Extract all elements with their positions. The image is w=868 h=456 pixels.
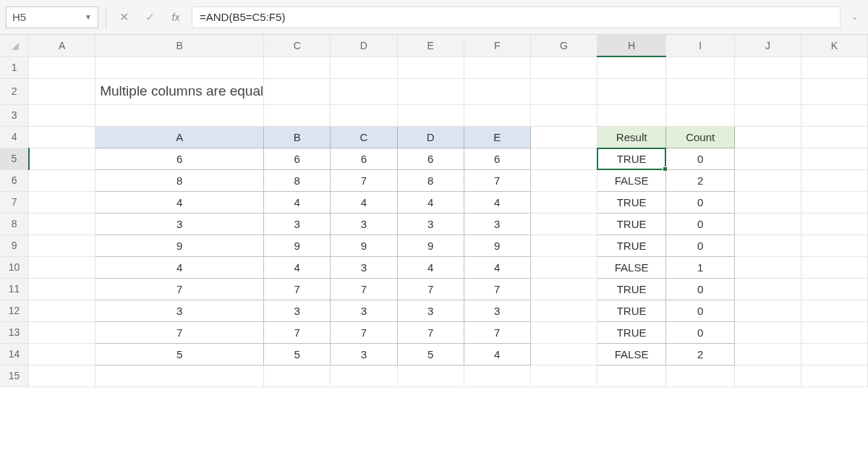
data-header-B4[interactable]: A <box>95 126 264 148</box>
cell-A3[interactable] <box>29 104 95 126</box>
cell-J8[interactable] <box>735 213 801 235</box>
data-cell-F11[interactable]: 7 <box>464 278 530 300</box>
cell-A7[interactable] <box>29 191 95 213</box>
row-header-8[interactable]: 8 <box>0 213 29 235</box>
data-cell-D13[interactable]: 7 <box>331 321 397 343</box>
cell-H15[interactable] <box>597 365 665 387</box>
cell-J1[interactable] <box>735 56 801 78</box>
result-cell-H5[interactable]: TRUE <box>597 148 665 169</box>
result-header-H4[interactable]: Result <box>597 126 665 148</box>
data-header-E4[interactable]: D <box>397 126 464 148</box>
data-cell-D12[interactable]: 3 <box>331 300 397 321</box>
result-cell-I14[interactable]: 2 <box>666 343 735 365</box>
cell-K9[interactable] <box>801 235 867 256</box>
cell-G8[interactable] <box>530 213 597 235</box>
column-header-H[interactable]: H <box>597 35 665 56</box>
data-cell-D8[interactable]: 3 <box>331 213 397 235</box>
data-cell-B5[interactable]: 6 <box>95 148 264 169</box>
data-cell-D10[interactable]: 3 <box>331 256 397 278</box>
result-cell-H6[interactable]: FALSE <box>597 169 665 191</box>
data-cell-D7[interactable]: 4 <box>331 191 397 213</box>
column-header-J[interactable]: J <box>735 35 801 56</box>
row-header-13[interactable]: 13 <box>0 321 29 343</box>
cell-D15[interactable] <box>331 365 397 387</box>
cell-G1[interactable] <box>530 56 597 78</box>
data-cell-E12[interactable]: 3 <box>397 300 464 321</box>
data-cell-D14[interactable]: 3 <box>331 343 397 365</box>
cell-G2[interactable] <box>530 78 597 104</box>
data-cell-C5[interactable]: 6 <box>264 148 331 169</box>
column-header-G[interactable]: G <box>530 35 597 56</box>
result-cell-I10[interactable]: 1 <box>666 256 735 278</box>
data-cell-F7[interactable]: 4 <box>464 191 530 213</box>
result-cell-H11[interactable]: TRUE <box>597 278 665 300</box>
cell-D3[interactable] <box>331 104 397 126</box>
data-cell-F12[interactable]: 3 <box>464 300 530 321</box>
data-cell-B13[interactable]: 7 <box>95 321 264 343</box>
data-cell-B7[interactable]: 4 <box>95 191 264 213</box>
result-cell-H10[interactable]: FALSE <box>597 256 665 278</box>
cell-K1[interactable] <box>801 56 867 78</box>
cell-G12[interactable] <box>530 300 597 321</box>
cell-I15[interactable] <box>666 365 735 387</box>
chevron-down-icon[interactable]: ▼ <box>85 13 92 21</box>
cell-J7[interactable] <box>735 191 801 213</box>
data-cell-C9[interactable]: 9 <box>264 235 331 256</box>
data-cell-F9[interactable]: 9 <box>464 235 530 256</box>
column-header-E[interactable]: E <box>397 35 464 56</box>
cell-H3[interactable] <box>597 104 665 126</box>
result-cell-H13[interactable]: TRUE <box>597 321 665 343</box>
cell-A12[interactable] <box>29 300 95 321</box>
cell-K5[interactable] <box>801 148 867 169</box>
data-header-C4[interactable]: B <box>264 126 331 148</box>
cell-A5[interactable] <box>29 148 95 169</box>
cell-D2[interactable] <box>331 78 397 104</box>
cell-K14[interactable] <box>801 343 867 365</box>
cell-K6[interactable] <box>801 169 867 191</box>
row-header-15[interactable]: 15 <box>0 365 29 387</box>
row-header-4[interactable]: 4 <box>0 126 29 148</box>
cell-J5[interactable] <box>735 148 801 169</box>
cell-B15[interactable] <box>95 365 264 387</box>
cell-B1[interactable] <box>95 56 264 78</box>
result-cell-I12[interactable]: 0 <box>666 300 735 321</box>
confirm-icon[interactable]: ✓ <box>140 7 160 28</box>
cell-I1[interactable] <box>666 56 735 78</box>
data-cell-F6[interactable]: 7 <box>464 169 530 191</box>
cell-G9[interactable] <box>530 235 597 256</box>
cell-B3[interactable] <box>95 104 264 126</box>
cell-I2[interactable] <box>666 78 735 104</box>
cell-G5[interactable] <box>530 148 597 169</box>
column-header-D[interactable]: D <box>331 35 397 56</box>
row-header-12[interactable]: 12 <box>0 300 29 321</box>
cell-H2[interactable] <box>597 78 665 104</box>
data-cell-B10[interactable]: 4 <box>95 256 264 278</box>
cell-K2[interactable] <box>801 78 867 104</box>
cell-F3[interactable] <box>464 104 530 126</box>
cell-J6[interactable] <box>735 169 801 191</box>
cell-F2[interactable] <box>464 78 530 104</box>
data-cell-E5[interactable]: 6 <box>397 148 464 169</box>
row-header-14[interactable]: 14 <box>0 343 29 365</box>
data-cell-C6[interactable]: 8 <box>264 169 331 191</box>
cell-K15[interactable] <box>801 365 867 387</box>
column-header-A[interactable]: A <box>29 35 95 56</box>
data-cell-F13[interactable]: 7 <box>464 321 530 343</box>
cell-A10[interactable] <box>29 256 95 278</box>
data-cell-C10[interactable]: 4 <box>264 256 331 278</box>
data-cell-C12[interactable]: 3 <box>264 300 331 321</box>
cell-G11[interactable] <box>530 278 597 300</box>
data-cell-C14[interactable]: 5 <box>264 343 331 365</box>
data-cell-D9[interactable]: 9 <box>331 235 397 256</box>
spreadsheet-grid[interactable]: ABCDEFGHIJK12Multiple columns are equal3… <box>0 35 868 387</box>
expand-formula-icon[interactable]: ⌄ <box>846 7 862 28</box>
row-header-6[interactable]: 6 <box>0 169 29 191</box>
data-cell-C7[interactable]: 4 <box>264 191 331 213</box>
row-header-11[interactable]: 11 <box>0 278 29 300</box>
cell-J2[interactable] <box>735 78 801 104</box>
cell-E1[interactable] <box>397 56 464 78</box>
cell-K11[interactable] <box>801 278 867 300</box>
cell-A8[interactable] <box>29 213 95 235</box>
cell-F1[interactable] <box>464 56 530 78</box>
data-cell-F5[interactable]: 6 <box>464 148 530 169</box>
